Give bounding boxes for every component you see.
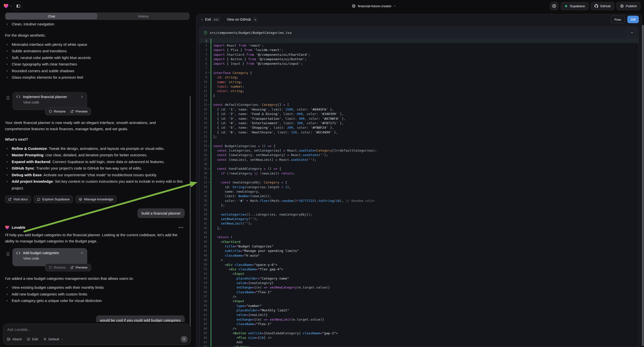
code-line[interactable]: 12 color: string; [200,89,638,93]
code-line[interactable]: 58 <Input [200,299,638,304]
code-line[interactable]: 63 className="flex-1" [200,322,638,326]
exit-button[interactable]: Exit ESC [200,18,220,22]
attach-button[interactable]: Attach [7,337,22,341]
code-line[interactable]: 56 className="flex-1" [200,290,638,294]
project-switcher[interactable]: financial-future-creator [198,4,550,8]
restore-button[interactable]: Restore [46,108,68,115]
view-code-link[interactable]: View code [16,256,84,260]
code-line[interactable]: 14 [200,98,638,102]
code-line[interactable]: 53 placeholder="Category name" [200,276,638,280]
collapse-file-button[interactable] [628,28,636,37]
code-line[interactable]: 41 setNewLimit(''); [200,221,638,226]
code-line[interactable]: 3import { Plus } from 'lucide-react'; [200,48,638,52]
code-line[interactable]: 29 const handleAddCategory = () => { [200,166,638,171]
code-line[interactable]: 7 [200,66,638,70]
chat-scrollbar[interactable] [190,96,191,332]
code-line[interactable]: 62 onChange={(e) => setNewLimit(e.target… [200,317,638,322]
restore-button-disabled[interactable]: Restore [46,264,68,271]
code-line[interactable]: 2import React from 'react'; [200,43,638,48]
code-line[interactable]: 66 <Plus size={16} /> [200,335,638,340]
code-line[interactable]: 40 setNewCategory(''); [200,216,638,221]
code-line[interactable]: 39 setCategories([...categories, newCate… [200,212,638,216]
code-line[interactable]: 5import { Button } from '@/components/ui… [200,57,638,61]
code-line[interactable]: 64 /> [200,326,638,331]
code-line[interactable]: 23 [200,139,638,144]
fold-chevron-icon[interactable] [207,181,210,184]
code-line[interactable]: 21 { id: '6', name: 'Healthcare', limit:… [200,130,638,134]
tab-history[interactable]: History [97,13,189,20]
code-line[interactable]: 57 /> [200,294,638,299]
code-line[interactable]: 20 { id: '5', name: 'Shopping', limit: 2… [200,126,638,130]
code-line[interactable]: 47 subtitle="Manage your spending limits… [200,249,638,253]
bookmark-icon[interactable] [6,96,10,100]
code-line[interactable]: 34 name: newCategory, [200,189,638,194]
settings-button[interactable] [550,2,558,10]
visit-docs-button[interactable]: Visit docs [5,196,31,203]
code-line[interactable]: 13} [200,93,638,98]
code-line[interactable]: 44 return ( [200,235,638,240]
code-line[interactable]: 11 limit: number; [200,84,638,88]
code-line[interactable]: 22]; [200,134,638,139]
code-line[interactable]: 61 value={newLimit} [200,313,638,317]
code-line[interactable]: 8interface Category { [200,70,638,75]
code-line[interactable]: 51 <div className="flex gap-4"> [200,267,638,271]
view-code-link[interactable]: View code [16,100,84,104]
code-line[interactable]: 6import { Input } from '@/components/ui/… [200,62,638,66]
chat-scroll-area[interactable]: Clean, intuitive navigation For the desi… [0,21,190,322]
manage-knowledge-button[interactable]: Manage knowledge [76,196,116,203]
bookmark-icon[interactable] [6,252,10,256]
edit-button[interactable]: Edit [27,337,38,341]
code-line[interactable]: 60 placeholder="Monthly limit" [200,308,638,312]
supabase-button[interactable]: Supabase [560,2,589,10]
version-card-implement-financial-planner[interactable]: Implement financial planner View code [12,92,87,110]
code-line[interactable]: 35 limit: Number(newLimit), [200,194,638,198]
code-line[interactable]: 31 [200,176,638,180]
code-line[interactable]: 26 const [newCategory, setNewCategory] =… [200,153,638,157]
code-line[interactable]: 1 [200,38,638,43]
code-line[interactable]: 45 <ChartCard [200,240,638,244]
file-card-header[interactable]: src/components/budget/BudgetCategories.t… [200,27,638,38]
code-line[interactable]: 24const BudgetCategories = () => { [200,144,638,148]
code-line[interactable]: 19 { id: '4', name: 'Entertainment', lim… [200,121,638,125]
code-line[interactable]: 42 }; [200,226,638,230]
code-line[interactable]: 46 title="Budget Categories" [200,244,638,248]
code-line[interactable]: 65 <Button onClick={handleAddCategory} c… [200,331,638,335]
code-line[interactable]: 49 > [200,258,638,262]
code-line[interactable]: 54 value={newCategory} [200,280,638,285]
preview-button[interactable]: Preview [68,264,90,271]
code-line[interactable]: 33 id: String(categories.length + 1), [200,185,638,189]
code-line[interactable]: 30 if (!newCategory || !newLimit) return… [200,171,638,176]
preview-button[interactable]: Preview [68,108,90,115]
code-line[interactable]: 25 const [categories, setCategories] = R… [200,148,638,152]
sidebar-toggle-button[interactable] [14,2,22,10]
code-line[interactable]: 10 name: string; [200,80,638,84]
code-line[interactable]: 27 const [newLimit, setNewLimit] = React… [200,157,638,162]
fold-chevron-icon[interactable] [207,145,210,147]
tab-chat[interactable]: Chat [6,13,97,20]
code-line[interactable]: 32 const newCategoryObj: Category = { [200,180,638,185]
code-line[interactable]: 67 Add [200,340,638,344]
code-line[interactable]: 17 { id: '2', name: 'Food & Dining', lim… [200,112,638,116]
raw-toggle-button[interactable]: Raw [611,16,625,23]
code-line[interactable]: 37 }; [200,203,638,207]
explore-supabase-button[interactable]: Explore Supabase [34,196,73,203]
code-line[interactable]: 16 { id: '1', name: 'Housing', limit: 15… [200,107,638,112]
chat-input-box[interactable]: Ask Lovable... Attach Edit Default [3,324,191,345]
code-line[interactable]: 68 </Button> [200,344,638,347]
code-line[interactable]: 18 { id: '3', name: 'Transportation', li… [200,116,638,121]
code-line[interactable]: 4import ChartCard from '@/components/ui/… [200,52,638,57]
mode-selector[interactable]: Default [43,337,64,341]
code-line[interactable]: 36 color: '#' + Math.floor(Math.random()… [200,198,638,203]
code-line[interactable]: 43 [200,230,638,235]
fold-chevron-icon[interactable] [207,168,210,170]
send-button[interactable] [181,336,188,342]
code-line[interactable]: 48 className="h-auto" [200,253,638,258]
fold-chevron-icon[interactable] [207,104,210,106]
publish-button[interactable]: Publish [616,2,640,10]
lovable-logo-menu[interactable] [4,4,12,8]
code-line[interactable]: 15const defaultCategories: Category[] = … [200,102,638,107]
view-on-github-button[interactable]: View on GitHub G [227,18,258,22]
code-line[interactable]: 9 id: string; [200,75,638,80]
code-line[interactable]: 52 <Input [200,272,638,276]
code-line[interactable]: 50 <div className="space-y-6"> [200,262,638,267]
